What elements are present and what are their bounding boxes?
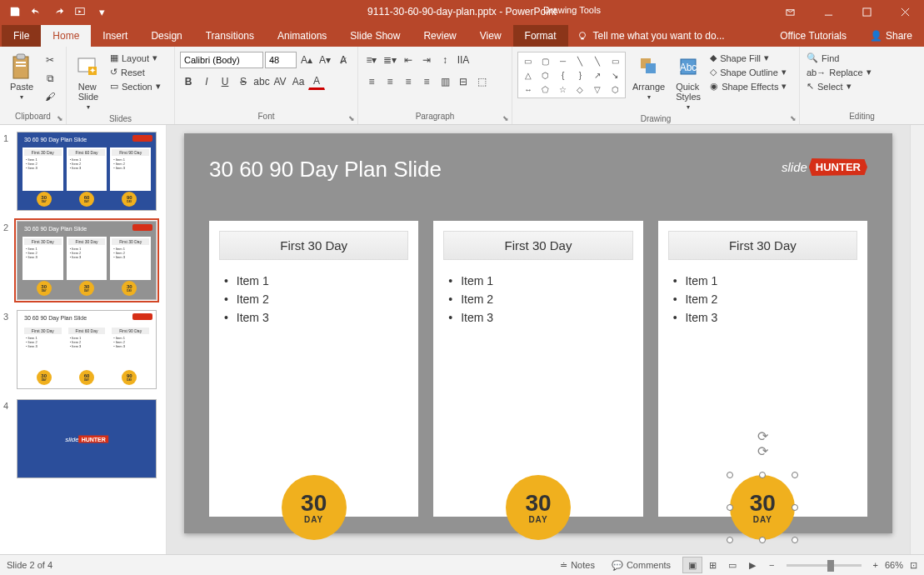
section-button[interactable]: ▭ Section ▾ — [108, 80, 162, 92]
tab-animations[interactable]: Animations — [266, 25, 338, 47]
plan-column[interactable]: First 30 DayItem 1Item 2Item 330DAY — [209, 221, 418, 517]
tab-insert[interactable]: Insert — [91, 25, 139, 47]
fit-to-window-icon[interactable]: ⊡ — [910, 560, 917, 571]
bullets-icon[interactable]: ≡▾ — [363, 52, 380, 68]
selection-handle[interactable] — [727, 472, 733, 478]
text-direction-icon[interactable]: IIA — [455, 52, 472, 68]
zoom-out-icon[interactable]: − — [769, 560, 774, 570]
font-name-input[interactable] — [180, 52, 263, 68]
office-tutorials-link[interactable]: Office Tutorials — [768, 25, 858, 47]
slide-sorter-icon[interactable]: ⊞ — [702, 557, 722, 573]
redo-icon[interactable] — [48, 2, 68, 22]
plan-column-header[interactable]: First 30 Day — [668, 231, 857, 260]
find-button[interactable]: 🔍 Find — [805, 52, 873, 64]
justify-icon[interactable]: ≡ — [418, 73, 435, 90]
slide-thumbnails-panel[interactable]: 130 60 90 Day Plan SlideFirst 30 Day• It… — [0, 125, 167, 554]
paste-button[interactable]: Paste▾ — [5, 52, 38, 102]
thumbnail-preview[interactable]: 30 60 90 Day Plan SlideFirst 30 Day• Ite… — [17, 132, 157, 211]
plan-column-header[interactable]: First 30 Day — [219, 231, 408, 260]
notes-button[interactable]: ≐ Notes — [555, 560, 600, 571]
reading-view-icon[interactable]: ▭ — [722, 557, 742, 573]
character-spacing-icon[interactable]: AV — [272, 73, 288, 90]
increase-font-icon[interactable]: A▴ — [298, 52, 315, 68]
select-button[interactable]: ↖ Select ▾ — [805, 80, 873, 92]
share-button[interactable]: 👤Share — [858, 25, 924, 47]
new-slide-button[interactable]: ✦ New Slide▾ — [72, 52, 105, 112]
undo-icon[interactable] — [27, 2, 47, 22]
selection-handle[interactable] — [727, 504, 733, 511]
tab-file[interactable]: File — [2, 25, 41, 47]
qat-customize-icon[interactable]: ▾ — [92, 2, 112, 22]
tab-slideshow[interactable]: Slide Show — [338, 25, 412, 47]
slideshow-view-icon[interactable]: ▶ — [742, 557, 762, 573]
plan-column[interactable]: First 30 DayItem 1Item 2Item 330DAY⟳⟳ — [658, 221, 867, 517]
clear-formatting-icon[interactable]: A̷ — [335, 52, 352, 68]
day-badge-circle[interactable]: 30DAY⟳⟳ — [730, 475, 795, 540]
tab-format[interactable]: Format — [513, 25, 568, 47]
quick-styles-button[interactable]: Abc Quick Styles▾ — [672, 52, 705, 112]
clipboard-launcher-icon[interactable]: ⬊ — [57, 114, 63, 122]
reset-button[interactable]: ↺ Reset — [108, 66, 162, 78]
selection-handle[interactable] — [792, 537, 798, 543]
font-size-input[interactable] — [265, 52, 297, 68]
decrease-font-icon[interactable]: A▾ — [317, 52, 333, 68]
start-from-beginning-icon[interactable] — [70, 2, 90, 22]
shape-effects-button[interactable]: ◉ Shape Effects ▾ — [708, 80, 788, 92]
ribbon-display-icon[interactable] — [771, 0, 809, 23]
thumbnail-item[interactable]: 230 60 90 Day Plan SlideFirst 30 Day• It… — [3, 221, 162, 300]
align-center-icon[interactable]: ≡ — [382, 73, 398, 90]
comments-button[interactable]: 💬 Comments — [607, 560, 676, 571]
tab-home[interactable]: Home — [41, 25, 91, 47]
tab-review[interactable]: Review — [412, 25, 467, 47]
save-icon[interactable] — [5, 2, 25, 22]
numbering-icon[interactable]: ≣▾ — [382, 52, 398, 68]
paragraph-launcher-icon[interactable]: ⬊ — [502, 114, 509, 122]
plan-item-list[interactable]: Item 1Item 2Item 3 — [219, 272, 408, 327]
selection-handle[interactable] — [759, 537, 766, 543]
thumbnail-preview[interactable]: 30 60 90 Day Plan SlideFirst 30 Day• Ite… — [17, 221, 157, 300]
italic-button[interactable]: I — [198, 73, 215, 90]
day-badge-circle[interactable]: 30DAY — [282, 475, 347, 540]
copy-icon[interactable]: ⧉ — [42, 70, 58, 87]
minimize-icon[interactable] — [809, 0, 847, 23]
slide[interactable]: 30 60 90 Day Plan Slide slide HUNTER Fir… — [184, 133, 892, 533]
plan-column[interactable]: First 30 DayItem 1Item 2Item 330DAY — [433, 221, 642, 517]
font-color-icon[interactable]: A — [308, 73, 325, 90]
align-text-icon[interactable]: ⊟ — [455, 73, 472, 90]
selection-handle[interactable] — [792, 472, 798, 478]
bold-button[interactable]: B — [180, 73, 197, 90]
thumbnail-preview[interactable]: slideHUNTER — [17, 399, 157, 478]
rotation-handle-icon[interactable]: ⟳ — [757, 428, 768, 444]
change-case-icon[interactable]: Aa — [290, 73, 307, 90]
shape-fill-button[interactable]: ◆ Shape Fill ▾ — [708, 52, 788, 64]
tab-transitions[interactable]: Transitions — [194, 25, 266, 47]
selection-handle[interactable] — [792, 504, 798, 511]
zoom-level[interactable]: 66% — [885, 560, 903, 570]
align-right-icon[interactable]: ≡ — [400, 73, 417, 90]
arrange-button[interactable]: Arrange▾ — [629, 52, 668, 102]
tab-design[interactable]: Design — [139, 25, 193, 47]
strikethrough-button[interactable]: S — [235, 73, 252, 90]
selection-handle[interactable] — [727, 537, 733, 543]
plan-column-header[interactable]: First 30 Day — [443, 231, 632, 260]
normal-view-icon[interactable]: ▣ — [682, 557, 702, 573]
tab-view[interactable]: View — [468, 25, 513, 47]
thumbnail-item[interactable]: 4slideHUNTER — [3, 399, 162, 478]
tell-me-search[interactable]: Tell me what you want to do... — [568, 25, 769, 47]
line-spacing-icon[interactable]: ↕ — [437, 52, 453, 68]
plan-item-list[interactable]: Item 1Item 2Item 3 — [668, 272, 857, 327]
day-badge-circle[interactable]: 30DAY — [506, 475, 571, 540]
zoom-in-icon[interactable]: + — [873, 560, 878, 570]
drawing-launcher-icon[interactable]: ⬊ — [790, 114, 797, 122]
zoom-slider[interactable] — [787, 564, 862, 567]
thumbnail-item[interactable]: 330 60 90 Day Plan SlideFirst 30 Day• It… — [3, 310, 162, 389]
selection-handle[interactable] — [759, 472, 766, 478]
format-painter-icon[interactable]: 🖌 — [42, 88, 58, 105]
shape-outline-button[interactable]: ◇ Shape Outline ▾ — [708, 66, 788, 78]
replace-button[interactable]: ab→ Replace ▾ — [805, 66, 873, 78]
text-shadow-button[interactable]: abc — [253, 73, 270, 90]
maximize-icon[interactable] — [847, 0, 886, 23]
slide-title-text[interactable]: 30 60 90 Day Plan Slide — [209, 157, 442, 182]
vertical-scrollbar[interactable] — [910, 125, 924, 554]
shapes-gallery[interactable]: ▭▢─╲╲▭ △⬡{}↗↘ ↔⬠☆◇▽⬡ — [517, 52, 626, 98]
